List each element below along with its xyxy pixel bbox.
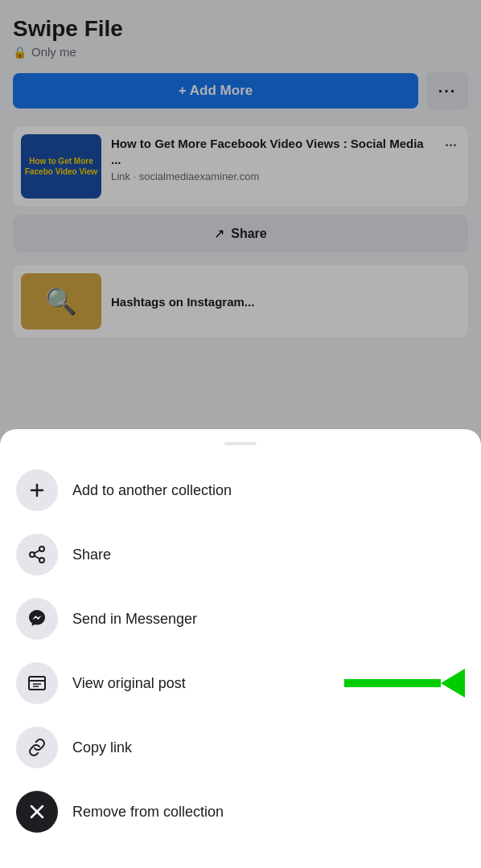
messenger-label: Send in Messenger	[72, 611, 197, 628]
svg-rect-4	[29, 677, 45, 690]
messenger-icon	[16, 598, 58, 640]
svg-line-2	[35, 556, 40, 559]
remove-icon	[16, 791, 58, 833]
svg-line-3	[35, 551, 40, 554]
menu-item-add-collection[interactable]: Add to another collection	[0, 458, 481, 522]
menu-item-copy-link[interactable]: Copy link	[0, 715, 481, 780]
remove-label: Remove from collection	[72, 804, 224, 821]
add-collection-icon	[16, 469, 58, 511]
add-collection-label: Add to another collection	[72, 482, 232, 499]
green-arrow-indicator	[344, 669, 465, 698]
menu-item-view-original[interactable]: View original post	[0, 651, 481, 715]
menu-item-remove[interactable]: Remove from collection	[0, 780, 481, 844]
share-label: Share	[72, 547, 111, 563]
view-original-label: View original post	[72, 675, 186, 692]
copy-link-icon	[16, 727, 58, 768]
share-icon	[16, 534, 58, 575]
menu-item-share[interactable]: Share	[0, 522, 481, 587]
bottom-sheet: Add to another collection Share Send in …	[0, 429, 481, 868]
view-original-icon	[16, 662, 58, 704]
copy-link-label: Copy link	[72, 739, 132, 756]
menu-item-messenger[interactable]: Send in Messenger	[0, 587, 481, 651]
sheet-handle	[224, 442, 257, 445]
